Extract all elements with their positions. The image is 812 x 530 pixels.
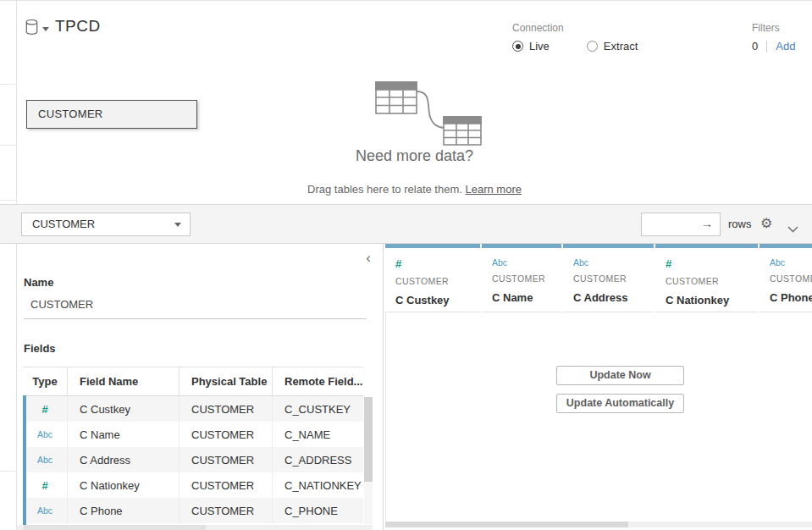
remote-field-cell: C_ADDRESS: [273, 447, 363, 472]
update-automatically-button[interactable]: Update Automatically: [556, 394, 684, 413]
string-type-icon[interactable]: Abc: [37, 455, 52, 465]
scrollbar-thumb[interactable]: [24, 525, 206, 530]
grid-column-c-custkey[interactable]: # CUSTOMER C Custkey: [385, 244, 480, 312]
fields-table: Type Field Name Physical Table Remote Fi…: [23, 367, 363, 527]
rows-label: rows: [728, 218, 751, 230]
field-name-cell[interactable]: C Name: [68, 422, 180, 447]
column-field-label[interactable]: C Name: [492, 291, 551, 304]
rail-divider: [0, 145, 16, 146]
grid-left-border: [385, 312, 386, 522]
string-type-icon: Abc: [770, 257, 812, 268]
grid-horizontal-scrollbar[interactable]: [385, 522, 812, 527]
radio-live[interactable]: Live: [512, 40, 550, 52]
column-table-label: CUSTOMER: [666, 276, 748, 286]
number-type-icon[interactable]: #: [41, 403, 47, 416]
connection-group: Connection Live Extract: [512, 22, 638, 52]
add-filter-link[interactable]: Add: [776, 40, 795, 52]
fields-vertical-scrollbar[interactable]: [364, 397, 373, 524]
string-type-icon: Abc: [492, 257, 551, 268]
col-header-physical-table[interactable]: Physical Table: [180, 367, 273, 395]
arrow-right-icon[interactable]: →: [701, 217, 713, 230]
column-field-label[interactable]: C Nationkey: [666, 294, 748, 306]
rail-divider: [0, 84, 16, 85]
caret-down-icon: [42, 27, 49, 31]
string-type-icon[interactable]: Abc: [37, 429, 52, 439]
number-type-icon: #: [666, 257, 748, 270]
field-name-cell[interactable]: C Phone: [68, 498, 180, 523]
field-name-cell[interactable]: C Address: [68, 447, 180, 472]
filters-count: 0: [752, 40, 758, 52]
gear-icon[interactable]: ⚙: [760, 215, 772, 231]
learn-more-link[interactable]: Learn more: [465, 183, 521, 196]
name-input[interactable]: [24, 295, 367, 319]
header: TPCD Connection Live Extract Filters 0 A…: [17, 1, 812, 75]
table-row[interactable]: # C Custkey CUSTOMER C_CUSTKEY: [23, 396, 363, 422]
grid-column-c-phone[interactable]: Abc CUSTOMER C Phone: [760, 244, 812, 312]
field-name-cell[interactable]: C Nationkey: [68, 472, 180, 498]
rail-divider: [0, 200, 16, 201]
row-count-input[interactable]: [645, 213, 699, 235]
table-row[interactable]: Abc C Phone CUSTOMER C_PHONE: [23, 498, 363, 523]
datasource-title[interactable]: TPCD: [55, 17, 101, 36]
column-table-label: CUSTOMER: [395, 276, 470, 286]
table-row[interactable]: Abc C Address CUSTOMER C_ADDRESS: [23, 447, 363, 472]
empty-state-title: Need more data?: [17, 147, 812, 165]
field-name-cell[interactable]: C Custkey: [68, 396, 180, 422]
number-type-icon: #: [395, 257, 470, 270]
column-table-label: CUSTOMER: [770, 273, 812, 284]
table-select-value: CUSTOMER: [32, 218, 95, 230]
caret-down-icon: [174, 223, 181, 227]
radio-live-button[interactable]: [512, 41, 523, 52]
remote-field-cell: C_NATIONKEY: [273, 472, 363, 498]
table-row[interactable]: Abc C Name CUSTOMER C_NAME: [23, 422, 363, 447]
tableau-datasource-page: TPCD Connection Live Extract Filters 0 A…: [0, 0, 812, 530]
scrollbar-thumb[interactable]: [385, 522, 628, 527]
column-field-label[interactable]: C Address: [573, 291, 644, 304]
filters-label: Filters: [752, 22, 795, 34]
column-table-label: CUSTOMER: [492, 273, 551, 284]
fields-horizontal-scrollbar[interactable]: [17, 525, 373, 530]
table-row[interactable]: # C Nationkey CUSTOMER C_NATIONKEY: [23, 472, 363, 498]
divider: [766, 41, 767, 52]
col-header-type[interactable]: Type: [23, 367, 68, 395]
physical-table-cell: CUSTOMER: [180, 447, 273, 472]
remote-field-cell: C_NAME: [273, 422, 363, 447]
relate-tables-illustration: [373, 80, 483, 149]
physical-table-cell: CUSTOMER: [180, 422, 273, 447]
column-field-label[interactable]: C Custkey: [395, 294, 470, 306]
data-preview-grid: # CUSTOMER C Custkey Abc CUSTOMER C Name…: [385, 244, 812, 530]
connection-label: Connection: [512, 22, 638, 34]
table-node-customer[interactable]: CUSTOMER: [26, 100, 197, 129]
col-header-remote-field[interactable]: Remote Field...: [273, 367, 363, 395]
string-type-icon: Abc: [573, 257, 644, 268]
update-now-button[interactable]: Update Now: [556, 366, 684, 385]
fields-label: Fields: [24, 342, 56, 355]
datasource-menu[interactable]: [24, 19, 49, 39]
relationship-canvas[interactable]: CUSTOMER Need more data? Drag tables her…: [17, 75, 812, 204]
column-table-label: CUSTOMER: [573, 273, 644, 284]
column-field-label[interactable]: C Phone: [770, 291, 812, 304]
physical-table-cell: CUSTOMER: [180, 396, 273, 422]
chevron-down-icon[interactable]: [787, 221, 798, 236]
table-select-dropdown[interactable]: CUSTOMER: [21, 213, 191, 236]
grid-column-c-nationkey[interactable]: # CUSTOMER C Nationkey: [655, 244, 758, 312]
number-type-icon[interactable]: #: [41, 479, 47, 492]
radio-extract[interactable]: Extract: [587, 40, 638, 52]
scrollbar-thumb[interactable]: [364, 397, 373, 482]
radio-extract-button[interactable]: [587, 41, 598, 52]
col-header-field-name[interactable]: Field Name: [68, 367, 180, 395]
radio-extract-label: Extract: [604, 40, 638, 52]
filters-group: Filters 0 Add: [752, 22, 795, 52]
table-details-panel: ‹ Name Fields Type Field Name Physical T…: [17, 244, 384, 530]
string-type-icon[interactable]: Abc: [37, 505, 52, 516]
preview-toolbar: CUSTOMER → rows ⚙: [0, 204, 812, 244]
empty-state-hint: Drag tables here to relate them. Learn m…: [17, 183, 812, 196]
row-count-field: →: [641, 213, 721, 236]
grid-column-c-address[interactable]: Abc CUSTOMER C Address: [563, 244, 654, 312]
grid-column-c-name[interactable]: Abc CUSTOMER C Name: [482, 244, 561, 312]
remote-field-cell: C_PHONE: [273, 498, 363, 523]
collapse-panel-icon[interactable]: ‹: [366, 251, 371, 265]
left-pane-collapsed-rail[interactable]: [0, 1, 17, 530]
database-icon: [24, 19, 40, 39]
empty-hint-text: Drag tables here to relate them.: [307, 183, 465, 196]
